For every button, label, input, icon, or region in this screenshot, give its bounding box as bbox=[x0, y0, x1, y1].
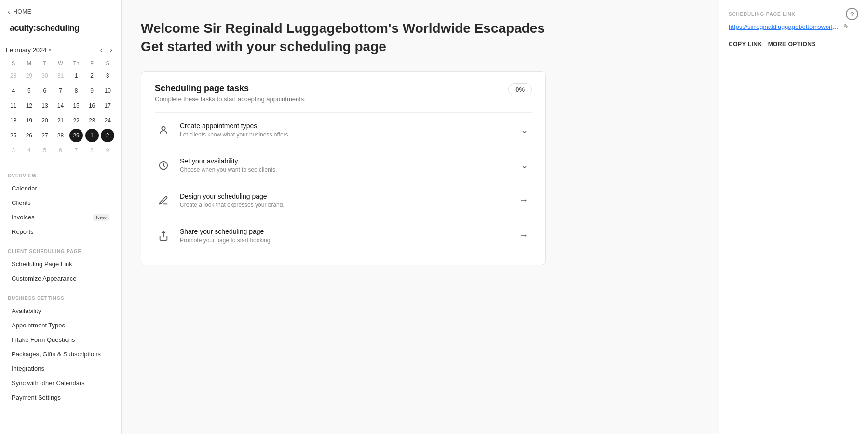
cal-day[interactable]: 6 bbox=[38, 84, 52, 97]
task-left-design: Design your scheduling page Create a loo… bbox=[155, 192, 285, 209]
cal-day[interactable]: 24 bbox=[101, 114, 114, 127]
task-title-availability: Set your availability bbox=[180, 157, 277, 165]
sidebar-item-payment-settings[interactable]: Payment Settings bbox=[8, 391, 113, 405]
sidebar-item-clients[interactable]: Clients bbox=[8, 196, 113, 210]
cal-day[interactable]: 9 bbox=[85, 84, 99, 97]
cal-day[interactable]: 1 bbox=[69, 69, 83, 82]
sidebar-item-calendar[interactable]: Calendar bbox=[8, 181, 113, 195]
cal-day[interactable]: 3 bbox=[101, 69, 114, 82]
task-title-design: Design your scheduling page bbox=[180, 192, 285, 200]
cal-day[interactable]: 28 bbox=[7, 69, 20, 82]
task-text-availability: Set your availability Choose when you wa… bbox=[180, 157, 277, 173]
sidebar-item-packages[interactable]: Packages, Gifts & Subscriptions bbox=[8, 347, 113, 361]
svg-point-0 bbox=[162, 126, 165, 130]
cal-day[interactable]: 7 bbox=[69, 144, 83, 157]
help-icon[interactable]: ? bbox=[846, 8, 858, 20]
task-chevron-create-appointment[interactable]: ⌄ bbox=[517, 123, 532, 137]
cal-day[interactable]: 12 bbox=[22, 99, 36, 112]
task-sub-create-appointment: Let clients know what your business offe… bbox=[180, 131, 290, 138]
sidebar-item-availability[interactable]: Availability bbox=[8, 304, 113, 318]
cal-day[interactable]: 14 bbox=[54, 99, 67, 112]
task-item-create-appointment[interactable]: Create appointment types Let clients kno… bbox=[155, 112, 532, 148]
cal-day[interactable]: 19 bbox=[22, 114, 36, 127]
scheduling-link-url-text[interactable]: https://sirreginaldluggagebottomsworldwi… bbox=[729, 23, 840, 30]
logo: acuity:scheduling bbox=[8, 23, 113, 33]
cal-day[interactable]: 16 bbox=[85, 99, 99, 112]
cal-day[interactable]: 21 bbox=[54, 114, 67, 127]
sidebar-item-customize-appearance[interactable]: Customize Appearance bbox=[8, 271, 113, 285]
sidebar-item-invoices[interactable]: Invoices New bbox=[8, 210, 113, 224]
sidebar-item-sync-calendars[interactable]: Sync with other Calendars bbox=[8, 376, 113, 390]
business-settings-label: BUSINESS SETTINGS bbox=[8, 296, 113, 301]
task-arrow-share[interactable]: → bbox=[515, 229, 532, 243]
cal-day[interactable]: 29 bbox=[22, 69, 36, 82]
customize-appearance-label: Customize Appearance bbox=[12, 275, 76, 282]
task-sub-share: Promote your page to start booking. bbox=[180, 237, 272, 244]
copy-link-button[interactable]: COPY LINK bbox=[729, 38, 762, 52]
cal-day[interactable]: 2 bbox=[101, 129, 114, 142]
sidebar-item-scheduling-page-link[interactable]: Scheduling Page Link bbox=[8, 257, 113, 271]
cal-day[interactable]: 29 bbox=[69, 129, 83, 142]
cal-day[interactable]: 3 bbox=[7, 144, 20, 157]
back-label: HOME bbox=[13, 8, 31, 15]
sidebar-item-invoices-label: Invoices bbox=[12, 214, 35, 221]
cal-next-button[interactable]: › bbox=[107, 45, 115, 54]
availability-label: Availability bbox=[12, 307, 41, 314]
task-item-availability[interactable]: Set your availability Choose when you wa… bbox=[155, 148, 532, 183]
cal-day[interactable]: 13 bbox=[38, 99, 52, 112]
cal-day[interactable]: 5 bbox=[38, 144, 52, 157]
more-options-button[interactable]: MORE OPTIONS bbox=[768, 38, 816, 52]
task-arrow-design[interactable]: → bbox=[515, 193, 532, 207]
sidebar-top: ‹ HOME acuity:scheduling bbox=[0, 0, 121, 45]
sidebar-item-reports[interactable]: Reports bbox=[8, 225, 113, 239]
cal-month-selector[interactable]: February 2024 ▾ bbox=[6, 46, 51, 54]
task-item-design[interactable]: Design your scheduling page Create a loo… bbox=[155, 183, 532, 218]
cal-month-label: February 2024 bbox=[6, 46, 47, 54]
cal-day[interactable]: 8 bbox=[85, 144, 99, 157]
cal-day-header: S bbox=[6, 58, 21, 68]
cal-day[interactable]: 26 bbox=[22, 129, 36, 142]
cal-day-header: S bbox=[100, 58, 115, 68]
tasks-card-header: Scheduling page tasks Complete these tas… bbox=[155, 83, 532, 103]
person-icon bbox=[155, 122, 172, 139]
cal-day[interactable]: 23 bbox=[85, 114, 99, 127]
cal-day[interactable]: 10 bbox=[101, 84, 114, 97]
cal-day[interactable]: 31 bbox=[54, 69, 67, 82]
cal-day[interactable]: 2 bbox=[85, 69, 99, 82]
cal-day[interactable]: 25 bbox=[7, 129, 20, 142]
cal-day[interactable]: 7 bbox=[54, 84, 67, 97]
task-chevron-availability[interactable]: ⌄ bbox=[517, 158, 532, 173]
cal-day-header: F bbox=[84, 58, 100, 68]
cal-prev-button[interactable]: ‹ bbox=[97, 45, 106, 54]
cal-day[interactable]: 4 bbox=[22, 144, 36, 157]
payment-settings-label: Payment Settings bbox=[12, 394, 61, 401]
cal-day[interactable]: 27 bbox=[38, 129, 52, 142]
cal-day[interactable]: 15 bbox=[69, 99, 83, 112]
cal-day[interactable]: 22 bbox=[69, 114, 83, 127]
edit-link-icon[interactable]: ✎ bbox=[843, 23, 849, 30]
cal-day[interactable]: 5 bbox=[22, 84, 36, 97]
scheduling-page-link-label: Scheduling Page Link bbox=[12, 260, 72, 268]
cal-day-header: M bbox=[22, 58, 37, 68]
cal-day[interactable]: 11 bbox=[7, 99, 20, 112]
sidebar-item-integrations[interactable]: Integrations bbox=[8, 362, 113, 376]
tasks-card-subtitle: Complete these tasks to start accepting … bbox=[155, 95, 306, 103]
cal-day[interactable]: 9 bbox=[101, 144, 114, 157]
task-item-share[interactable]: Share your scheduling page Promote your … bbox=[155, 218, 532, 253]
cal-day[interactable]: 1 bbox=[85, 129, 99, 142]
cal-day[interactable]: 30 bbox=[38, 69, 52, 82]
cal-day[interactable]: 18 bbox=[7, 114, 20, 127]
cal-day[interactable]: 20 bbox=[38, 114, 52, 127]
cal-day[interactable]: 4 bbox=[7, 84, 20, 97]
cal-day[interactable]: 8 bbox=[69, 84, 83, 97]
back-link[interactable]: ‹ HOME bbox=[8, 8, 113, 15]
cal-day[interactable]: 28 bbox=[54, 129, 67, 142]
client-scheduling-section: CLIENT SCHEDULING PAGE Scheduling Page L… bbox=[0, 241, 121, 288]
sidebar-item-intake-forms[interactable]: Intake Form Questions bbox=[8, 333, 113, 347]
calendar-section: February 2024 ▾ ‹ › SMTWThFS282930311234… bbox=[0, 45, 121, 165]
sidebar: ‹ HOME acuity:scheduling February 2024 ▾… bbox=[0, 0, 122, 434]
cal-day[interactable]: 17 bbox=[101, 99, 114, 112]
sidebar-item-calendar-label: Calendar bbox=[12, 185, 37, 192]
cal-day[interactable]: 6 bbox=[54, 144, 67, 157]
sidebar-item-appointment-types[interactable]: Appointment Types bbox=[8, 318, 113, 332]
